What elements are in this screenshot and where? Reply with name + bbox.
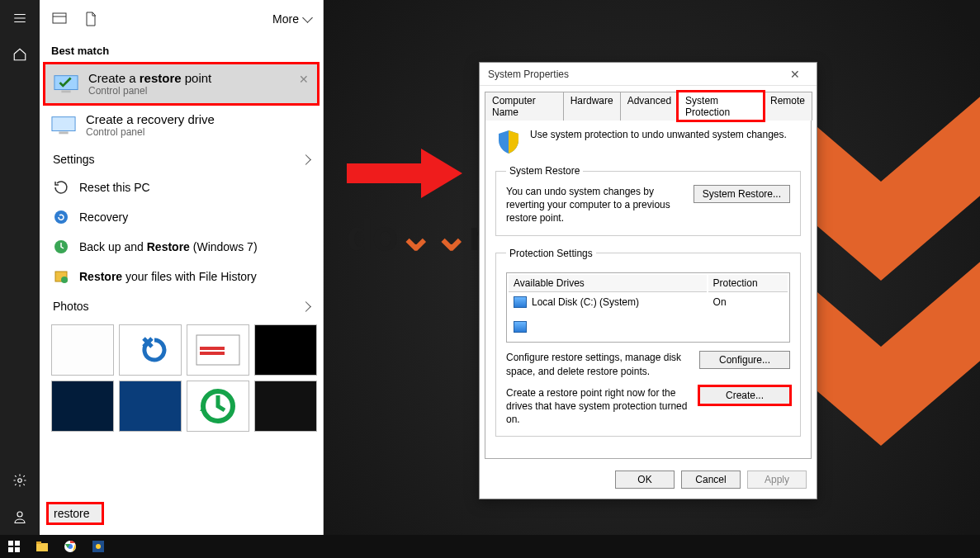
chevron-right-icon <box>302 153 310 166</box>
apply-button: Apply <box>747 471 807 489</box>
group-legend: System Restore <box>506 165 583 177</box>
settings-recovery[interactable]: Recovery <box>40 202 323 232</box>
drive-name: Local Disk (C:) (System) <box>509 294 707 311</box>
user-icon[interactable] <box>0 499 40 535</box>
search-input[interactable]: restore <box>46 502 104 525</box>
search-panel-header: More <box>40 0 323 38</box>
settings-backup-restore[interactable]: Back up and Restore (Windows 7) <box>40 232 323 262</box>
dialog-body: Use system protection to undo unwanted s… <box>485 120 812 459</box>
recovery-icon <box>53 209 69 225</box>
svg-point-10 <box>61 277 68 283</box>
drive-status: On <box>708 294 788 311</box>
table-row[interactable]: Local Disk (C:) (System) On <box>509 294 788 311</box>
file-explorer-icon[interactable] <box>28 535 56 558</box>
category-photos[interactable]: Photos <box>40 291 323 319</box>
item-label: Recovery <box>79 210 128 224</box>
intro-text: Use system protection to undo unwanted s… <box>530 129 787 140</box>
close-icon[interactable]: ✕ <box>299 73 309 86</box>
annotation-arrow <box>347 149 462 201</box>
apps-icon[interactable] <box>51 11 68 27</box>
start-button[interactable] <box>0 535 28 558</box>
tab-remote[interactable]: Remote <box>763 92 812 121</box>
group-protection-settings: Protection Settings Available Drives Pro… <box>495 248 801 437</box>
dialog-tabs: Computer Name Hardware Advanced System P… <box>480 86 817 120</box>
restore-text: You can undo system changes by reverting… <box>506 185 685 225</box>
photo-thumb[interactable] <box>254 381 317 432</box>
svg-rect-13 <box>200 352 225 355</box>
photo-thumb[interactable] <box>51 324 114 376</box>
taskbar <box>0 535 980 558</box>
dialog-footer: OK Cancel Apply <box>480 464 817 499</box>
photo-thumb[interactable] <box>119 324 182 376</box>
tab-computer-name[interactable]: Computer Name <box>485 92 564 121</box>
svg-point-24 <box>96 544 101 549</box>
cancel-button[interactable]: Cancel <box>681 471 741 489</box>
svg-rect-5 <box>52 116 75 130</box>
ok-button[interactable]: OK <box>615 471 675 489</box>
group-legend: Protection Settings <box>506 248 596 259</box>
start-search-panel: More Best match Create a restore point C… <box>40 0 324 535</box>
result-title: Create a restore point <box>88 71 211 85</box>
svg-rect-19 <box>36 543 48 551</box>
svg-rect-2 <box>53 13 66 23</box>
item-label: Reset this PC <box>79 181 150 194</box>
dialog-titlebar[interactable]: System Properties ✕ <box>480 63 817 86</box>
col-protection: Protection <box>708 275 788 292</box>
drive-table: Available Drives Protection Local Disk (… <box>506 272 790 343</box>
configure-button[interactable]: Configure... <box>699 351 790 369</box>
section-best-match: Best match <box>40 38 323 62</box>
item-label: Restore your files with File History <box>79 270 257 283</box>
search-box-area: restore <box>40 494 323 535</box>
backup-icon <box>53 239 69 255</box>
app-icon[interactable] <box>84 535 112 558</box>
settings-reset-pc[interactable]: Reset this PC <box>40 173 323 202</box>
configure-text: Configure restore settings, manage disk … <box>506 351 691 377</box>
system-properties-dialog: System Properties ✕ Computer Name Hardwa… <box>479 62 817 499</box>
create-text: Create a restore point right now for the… <box>506 386 691 427</box>
col-drives: Available Drives <box>509 275 707 292</box>
photo-thumb[interactable] <box>254 324 317 376</box>
more-label: More <box>272 12 299 26</box>
monitor-icon <box>51 113 76 138</box>
chrome-icon[interactable] <box>56 535 84 558</box>
svg-point-1 <box>17 512 22 517</box>
tab-system-protection[interactable]: System Protection <box>678 92 764 121</box>
svg-point-0 <box>18 479 22 483</box>
item-label: Back up and Restore (Windows 7) <box>79 240 258 253</box>
result-create-recovery-drive[interactable]: Create a recovery drive Control panel <box>43 106 320 144</box>
create-button[interactable]: Create... <box>699 386 790 404</box>
document-icon[interactable] <box>83 11 99 27</box>
category-label: Photos <box>53 300 89 313</box>
svg-rect-4 <box>61 90 70 92</box>
tab-hardware[interactable]: Hardware <box>563 92 621 121</box>
svg-rect-15 <box>8 541 13 546</box>
file-history-icon <box>53 268 69 285</box>
tab-advanced[interactable]: Advanced <box>620 92 679 121</box>
shield-icon <box>495 129 522 155</box>
home-icon[interactable] <box>0 36 40 73</box>
gear-icon[interactable] <box>0 462 40 499</box>
svg-rect-17 <box>8 547 13 552</box>
history-icon <box>53 179 69 196</box>
category-settings[interactable]: Settings <box>40 144 323 173</box>
svg-rect-18 <box>15 547 20 552</box>
system-restore-button[interactable]: System Restore... <box>694 185 790 203</box>
settings-file-history[interactable]: Restore your files with File History <box>40 262 323 291</box>
more-dropdown[interactable]: More <box>272 12 311 26</box>
result-subtitle: Control panel <box>88 85 211 97</box>
photo-thumb[interactable] <box>51 381 114 432</box>
photo-thumb[interactable] <box>187 324 249 376</box>
group-system-restore: System Restore You can undo system chang… <box>495 165 801 236</box>
svg-rect-12 <box>200 347 225 350</box>
svg-rect-20 <box>36 541 41 544</box>
result-create-restore-point[interactable]: Create a restore point Control panel ✕ <box>43 62 320 106</box>
result-subtitle: Control panel <box>86 126 215 138</box>
photo-thumb[interactable] <box>119 381 182 432</box>
svg-rect-16 <box>15 541 20 546</box>
monitor-icon <box>54 72 78 97</box>
hamburger-icon[interactable] <box>0 0 40 36</box>
photo-thumb[interactable] <box>187 381 249 432</box>
dialog-title: System Properties <box>485 69 779 80</box>
close-icon[interactable]: ✕ <box>779 68 812 81</box>
svg-rect-6 <box>59 131 68 134</box>
